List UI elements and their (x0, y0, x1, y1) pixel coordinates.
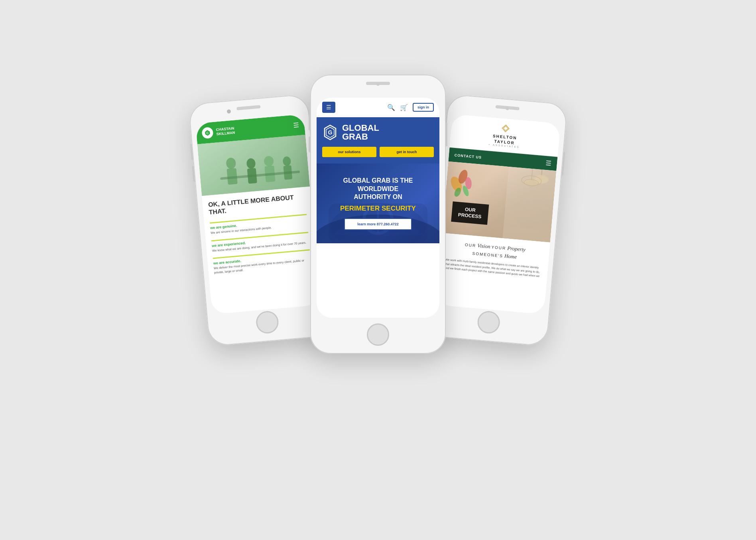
phone-screen-left: C CHASTAIN SKILLMAN ☰ (195, 114, 320, 314)
st-contact-us-label[interactable]: CONTACT US (454, 153, 482, 159)
st-logo-diamond (500, 123, 511, 134)
phone-side-btn3-left (192, 166, 195, 182)
gg-hero-text: GLOBAL GRAB IS THE WORLDWIDE AUTHORITY O… (335, 169, 421, 238)
phone-side-btn3-center (309, 136, 310, 152)
st-hero-image: OUR PROCESS (442, 162, 557, 242)
phone-screen-center: ☰ 🔍 🛒 sign in G GLOBAL GRAB (317, 98, 439, 318)
gg-logo-text: GLOBAL GRAB (342, 124, 379, 141)
cs-title: OK, A LITTLE MORE ABOUT THAT. (208, 193, 306, 216)
gg-car-section: GLOBAL GRAB IS THE WORLDWIDE AUTHORITY O… (317, 164, 439, 243)
st-process-box: OUR PROCESS (451, 201, 489, 225)
cs-section-genuine: we are genuine. We are sincere in our in… (210, 214, 308, 236)
svg-rect-20 (502, 125, 509, 132)
cs-section-experienced: we are experienced. We know what we are … (211, 232, 309, 253)
cs-hero-image (197, 135, 310, 196)
gg-cta-buttons: our solutions get in touch (322, 147, 434, 157)
phone-center: ☰ 🔍 🛒 sign in G GLOBAL GRAB (310, 75, 446, 354)
phone-side-btn2-left (190, 144, 193, 160)
phone-side-btn-center (446, 122, 447, 146)
st-logo-area: SHELTON TAYLOR + ASSOCIATES (488, 122, 522, 148)
phone-camera-center (376, 83, 380, 86)
gg-main-title: GLOBAL GRAB IS THE WORLDWIDE AUTHORITY O… (340, 177, 416, 201)
st-process-text: OUR PROCESS (458, 206, 482, 220)
svg-text:C: C (206, 131, 209, 135)
phone-screen-right: SHELTON TAYLOR + ASSOCIATES CONTACT US ☰ (436, 114, 561, 314)
gg-solutions-button[interactable]: our solutions (322, 147, 376, 157)
gg-contact-button[interactable]: get in touch (380, 147, 434, 157)
st-nav-menu-icon[interactable]: ☰ (545, 159, 552, 167)
gg-search-icon[interactable]: 🔍 (387, 104, 395, 111)
phone-right: SHELTON TAYLOR + ASSOCIATES CONTACT US ☰ (427, 94, 568, 347)
phone-side-btn2-center (309, 114, 310, 130)
gg-logo-area: G GLOBAL GRAB (322, 124, 434, 141)
phone-left: C CHASTAIN SKILLMAN ☰ (188, 94, 329, 347)
cs-logo-icon: C (201, 127, 213, 139)
phone-camera-right (506, 107, 509, 110)
svg-text:G: G (328, 129, 333, 136)
gg-signin-button[interactable]: sign in (413, 103, 434, 112)
cs-logo-text: CHASTAIN SKILLMAN (216, 126, 235, 137)
gg-accent-title: PERIMETER SECURITY (340, 205, 416, 213)
gg-cart-icon[interactable]: 🛒 (400, 104, 408, 111)
phone-side-btn-right (561, 152, 565, 176)
gg-menu-icon[interactable]: ☰ (322, 102, 335, 113)
cs-menu-icon[interactable]: ☰ (293, 121, 299, 129)
gg-hero-section: G GLOBAL GRAB our solutions get in touch (317, 117, 439, 164)
phone-camera-left (227, 109, 231, 114)
cs-logo-area: C CHASTAIN SKILLMAN (201, 125, 235, 139)
cs-body: OK, A LITTLE MORE ABOUT THAT. we are gen… (202, 186, 318, 286)
phones-showcase: C CHASTAIN SKILLMAN ☰ (199, 51, 557, 489)
cs-section-accurate: we are accurate. We deliver the most pre… (213, 249, 311, 275)
gg-logo-svg: G (322, 124, 338, 140)
gg-learn-more-button[interactable]: learn more 877.260.4722 (344, 218, 412, 230)
gg-header: ☰ 🔍 🛒 sign in (317, 98, 439, 117)
